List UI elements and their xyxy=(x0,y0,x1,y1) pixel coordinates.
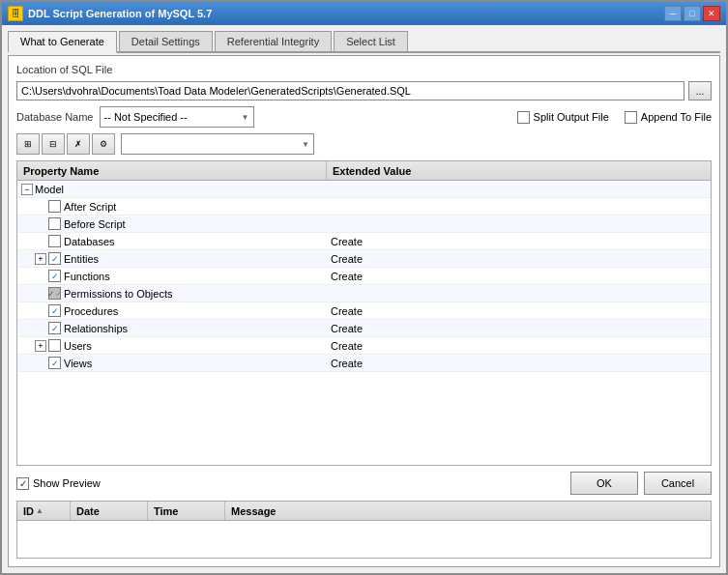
row-checkbox[interactable]: ✓ xyxy=(48,287,61,300)
table-row: + Entities Create xyxy=(17,250,711,268)
tab-what-to-generate[interactable]: What to Generate xyxy=(8,31,117,53)
tree-body: − Model After Script xyxy=(17,181,711,372)
property-cell: + Entities xyxy=(17,251,327,266)
tab-select-list[interactable]: Select List xyxy=(334,31,408,51)
tab-detail-settings[interactable]: Detail Settings xyxy=(119,31,213,51)
row-label: Functions xyxy=(64,271,110,282)
tab-referential-integrity[interactable]: Referential Integrity xyxy=(215,31,332,51)
log-id-header: ID ▲ xyxy=(17,502,71,520)
table-row: ✓ Permissions to Objects xyxy=(17,285,711,302)
property-cell: Procedures xyxy=(17,303,327,318)
value-cell: Create xyxy=(327,322,711,335)
table-row: Views Create xyxy=(17,355,711,372)
show-preview-label[interactable]: Show Preview xyxy=(16,477,101,490)
action-buttons: OK Cancel xyxy=(570,472,712,495)
db-name-arrow-icon: ▼ xyxy=(242,113,249,122)
row-checkbox[interactable] xyxy=(48,270,61,282)
ok-button[interactable]: OK xyxy=(570,472,638,495)
sql-file-label-row: Location of SQL File xyxy=(16,64,712,75)
expand-icon[interactable]: + xyxy=(35,340,46,352)
show-preview-text: Show Preview xyxy=(33,477,101,489)
property-cell: ✓ Permissions to Objects xyxy=(17,286,327,301)
tab-bar: What to Generate Detail Settings Referen… xyxy=(8,31,720,53)
row-checkbox[interactable] xyxy=(48,339,61,352)
split-output-checkbox[interactable] xyxy=(517,111,530,124)
row-checkbox[interactable] xyxy=(48,357,61,369)
value-cell: Create xyxy=(327,339,711,353)
row-checkbox[interactable] xyxy=(48,235,61,247)
property-cell: Views xyxy=(17,356,327,370)
value-cell: Create xyxy=(327,235,711,248)
settings-button[interactable]: ⚙ xyxy=(92,133,115,155)
log-time-header: Time xyxy=(148,502,225,520)
table-row: Relationships Create xyxy=(17,320,711,337)
value-cell: Create xyxy=(327,304,711,318)
sql-file-label: Location of SQL File xyxy=(16,64,112,75)
split-output-text: Split Output File xyxy=(534,111,609,123)
window-content: What to Generate Detail Settings Referen… xyxy=(2,25,726,573)
collapse-all-button[interactable]: ⊟ xyxy=(42,133,65,155)
filter-arrow-icon: ▼ xyxy=(302,140,309,149)
split-output-label[interactable]: Split Output File xyxy=(517,111,609,124)
sql-file-input[interactable] xyxy=(16,81,684,101)
row-label: Model xyxy=(35,184,64,195)
expand-all-button[interactable]: ⊞ xyxy=(16,133,40,155)
table-row: − Model xyxy=(17,181,711,198)
table-row: Before Script xyxy=(17,216,711,233)
split-append-section: Split Output File Append To File xyxy=(517,111,712,124)
tree-table: Property Name Extended Value − Model xyxy=(16,160,712,466)
show-preview-checkbox[interactable] xyxy=(16,477,29,490)
expand-icon[interactable]: + xyxy=(35,253,46,265)
log-table: ID ▲ Date Time Message xyxy=(16,501,712,559)
close-button[interactable]: ✕ xyxy=(703,6,720,21)
row-label: Users xyxy=(64,340,92,352)
expand-icon[interactable]: − xyxy=(21,184,33,195)
log-header: ID ▲ Date Time Message xyxy=(17,502,711,521)
clear-all-button[interactable]: ✗ xyxy=(67,133,90,155)
log-body xyxy=(17,521,711,559)
table-row: + Users Create xyxy=(17,337,711,355)
row-checkbox[interactable] xyxy=(48,322,61,334)
tree-header: Property Name Extended Value xyxy=(17,161,711,181)
row-label: Entities xyxy=(64,253,99,265)
property-cell: Databases xyxy=(17,234,327,248)
options-row: Database Name -- Not Specified -- ▼ Spli… xyxy=(16,106,712,128)
row-label: Relationships xyxy=(64,323,128,334)
db-name-section: Database Name -- Not Specified -- ▼ xyxy=(16,106,254,128)
row-checkbox[interactable] xyxy=(48,304,61,317)
cancel-button[interactable]: Cancel xyxy=(644,472,712,495)
log-date-header: Date xyxy=(71,502,148,520)
sort-asc-icon: ▲ xyxy=(36,506,44,515)
row-checkbox[interactable] xyxy=(48,217,61,230)
value-cell: Create xyxy=(327,252,711,266)
append-to-file-checkbox[interactable] xyxy=(625,111,637,124)
value-cell: Create xyxy=(327,357,711,370)
row-checkbox[interactable] xyxy=(48,200,61,213)
browse-button[interactable]: ... xyxy=(688,81,712,101)
db-name-combo[interactable]: -- Not Specified -- ▼ xyxy=(100,106,254,128)
sql-file-row: ... xyxy=(16,81,712,101)
log-message-header: Message xyxy=(225,502,711,520)
property-cell: Functions xyxy=(17,269,327,283)
row-checkbox[interactable] xyxy=(48,252,61,265)
row-label: Procedures xyxy=(64,305,118,317)
title-controls: ─ □ ✕ xyxy=(664,6,720,21)
row-label: Databases xyxy=(64,236,115,247)
append-to-file-label[interactable]: Append To File xyxy=(625,111,712,124)
property-cell: Relationships xyxy=(17,321,327,335)
maximize-button[interactable]: □ xyxy=(684,6,701,21)
row-label: Before Script xyxy=(64,218,126,230)
row-label: Permissions to Objects xyxy=(64,288,172,300)
filter-combo[interactable]: ▼ xyxy=(121,133,314,155)
extended-value-header: Extended Value xyxy=(327,161,711,180)
property-cell: After Script xyxy=(17,199,327,214)
table-row: Functions Create xyxy=(17,268,711,285)
db-name-value: -- Not Specified -- xyxy=(104,111,188,123)
table-row: Procedures Create xyxy=(17,302,711,320)
minimize-button[interactable]: ─ xyxy=(664,6,682,21)
main-window: 🗄 DDL Script Generation of MySQL 5.7 ─ □… xyxy=(0,0,728,575)
table-row: After Script xyxy=(17,198,711,216)
value-cell: Create xyxy=(327,270,711,283)
value-cell xyxy=(327,188,711,190)
db-name-label: Database Name xyxy=(16,111,94,123)
